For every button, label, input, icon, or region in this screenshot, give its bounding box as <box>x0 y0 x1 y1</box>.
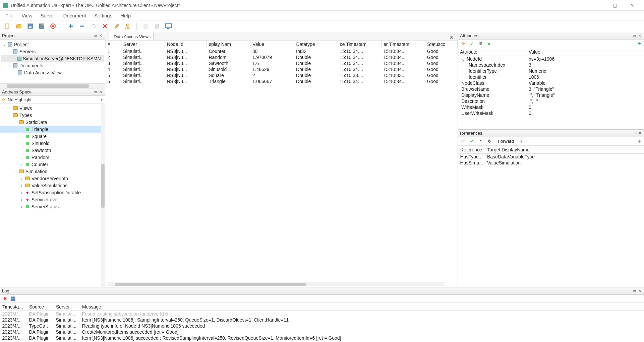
col-header[interactable]: ce Timestam <box>338 41 381 48</box>
col-header[interactable]: Datatype <box>294 41 338 48</box>
menu-settings[interactable]: Settings <box>91 11 116 20</box>
save-icon[interactable] <box>26 22 34 30</box>
address-space-tree[interactable]: ›Views›Types›StaticData›Triangle›Square›… <box>0 104 105 287</box>
attr-row[interactable]: DisplayName"", "Triangle" <box>458 92 644 98</box>
log-row[interactable]: 2023/4/...DA PluginSimulati...Found exis… <box>0 311 644 317</box>
user-icon[interactable] <box>124 22 132 30</box>
tab-data-access-view[interactable]: Data Access View <box>109 33 154 40</box>
disconnect-icon[interactable] <box>101 22 109 30</box>
address-node-counter[interactable]: ›Counter <box>0 161 105 168</box>
table-row[interactable]: 3Simulati...NS3|Nu...Sawtooth1.6Double15… <box>106 60 458 66</box>
refresh-icon[interactable]: ⟳ <box>2 97 6 102</box>
attr-row[interactable]: ⌄ NodeIdns=3;i=1006 <box>458 56 644 62</box>
address-node-vendorserverinfo[interactable]: ›VendorServerInfo <box>0 175 105 182</box>
attr-row[interactable]: IdentifierTypeNumeric <box>458 68 644 74</box>
clear-log-icon[interactable]: ✖ <box>2 296 8 302</box>
col-header[interactable]: splay Nam <box>207 41 250 48</box>
doc2-icon[interactable] <box>153 22 161 30</box>
close-panel-icon[interactable]: ✕ <box>98 33 103 38</box>
maximize-button[interactable]: ▢ <box>609 1 621 9</box>
col-header[interactable]: Message <box>80 303 644 311</box>
col-header[interactable]: # <box>106 41 121 48</box>
direction-label[interactable]: Forward <box>495 138 517 144</box>
address-node-staticdata[interactable]: ›StaticData <box>0 119 105 126</box>
chevron-down-icon[interactable]: ▼ <box>520 139 523 143</box>
address-node-servicelevel[interactable]: ›◆ServiceLevel <box>0 196 105 203</box>
log-row[interactable]: 2023/4/...TypeCacheSimulati...Reading ty… <box>0 323 644 329</box>
close-button[interactable]: ✕ <box>627 1 638 9</box>
close-panel-icon[interactable]: ✕ <box>637 131 642 136</box>
close-panel-icon[interactable]: ✕ <box>637 289 642 293</box>
col-header[interactable]: Server <box>54 303 80 311</box>
tree-documents[interactable]: ⌄Documents <box>1 62 104 69</box>
save-as-icon[interactable] <box>38 22 46 30</box>
col-header[interactable]: Statusco <box>425 41 458 48</box>
add-attr-icon[interactable]: ✚ <box>636 41 642 47</box>
col-header[interactable]: Timestamp <box>0 303 27 311</box>
ref-row[interactable]: HasSimu...ValueSimulation <box>458 160 644 166</box>
tree-dav-item[interactable]: Data Access View <box>1 69 104 76</box>
monitor-icon[interactable] <box>164 22 172 30</box>
col-header[interactable]: Value <box>527 48 644 56</box>
menu-document[interactable]: Document <box>60 11 90 20</box>
attr-row[interactable]: Identifier1006 <box>458 74 644 80</box>
table-row[interactable]: 6Simulati...NS3|Nu...Triangle1.066667Dou… <box>106 78 458 84</box>
address-node-random[interactable]: ›Random <box>0 154 105 161</box>
minimize-button[interactable]: — <box>592 1 603 9</box>
attr-row[interactable]: NamespaceIndex3 <box>458 62 644 68</box>
hierarchy-icon[interactable]: ⛬ <box>477 138 483 144</box>
col-header[interactable]: Server <box>121 41 165 48</box>
attr-row[interactable]: BrowseName3, "Triangle" <box>458 86 644 92</box>
chevron-down-icon[interactable]: ▾ <box>101 97 103 102</box>
table-row[interactable]: 4Simulati...NS3|Nu...Sinusoid1.48629Doub… <box>106 66 458 72</box>
data-access-table[interactable]: #ServerNode Idsplay NamValueDatatypece T… <box>105 40 458 287</box>
col-header[interactable]: Reference <box>458 146 485 154</box>
new-file-icon[interactable] <box>3 22 11 30</box>
log-table[interactable]: TimestampSourceServerMessage2023/4/...DA… <box>0 303 644 342</box>
v-scrollbar[interactable] <box>101 104 105 287</box>
address-node-simulation[interactable]: ⌄Simulation <box>0 168 105 175</box>
table-row[interactable]: 1Simulati...NS3|Nu...Counter30Int3215:10… <box>106 48 458 55</box>
add-ref-icon[interactable]: ✚ <box>636 138 642 144</box>
address-node-sinusoid[interactable]: ›Sinusoid <box>0 140 105 147</box>
refresh-icon[interactable] <box>90 22 98 30</box>
address-node-views[interactable]: ›Views <box>0 105 105 112</box>
add-icon[interactable] <box>67 22 75 30</box>
refresh-icon[interactable]: ⟳ <box>460 138 466 144</box>
tree-server-item[interactable]: SimulationServer@DESKTOP-KSMN… <box>1 55 104 62</box>
col-header[interactable]: Attribute <box>458 48 527 56</box>
remove-icon[interactable] <box>78 22 86 30</box>
tree-servers[interactable]: ⌄Servers <box>1 48 104 55</box>
move-icon[interactable]: ✥ <box>486 138 492 144</box>
address-node-square[interactable]: ›Square <box>0 133 105 140</box>
menu-view[interactable]: View <box>18 11 36 20</box>
attr-row[interactable]: Description"", "" <box>458 98 644 104</box>
address-node-types[interactable]: ›Types <box>0 112 105 119</box>
tree-root-project[interactable]: ⌄Project <box>1 41 104 48</box>
refresh-icon[interactable]: ⟳ <box>460 41 466 47</box>
doc1-icon[interactable] <box>141 22 150 30</box>
check-icon[interactable]: ✔ <box>469 41 475 47</box>
close-panel-icon[interactable]: ✕ <box>98 90 103 94</box>
undock-icon[interactable]: ▭ <box>632 289 637 293</box>
table-row[interactable]: 2Simulati...NS3|Nu...Random1.970079Doubl… <box>106 54 458 60</box>
power-icon[interactable] <box>49 22 57 30</box>
menu-help[interactable]: Help <box>117 11 134 20</box>
col-header[interactable]: er Timestam <box>381 41 425 48</box>
address-node-triangle[interactable]: ›Triangle <box>0 126 105 133</box>
col-header[interactable]: Target DisplayName <box>485 146 644 154</box>
log-row[interactable]: 2023/4/...DA PluginSimulati...Item [NS3|… <box>0 317 644 323</box>
open-file-icon[interactable] <box>15 22 23 30</box>
address-node-setsubscriptiondurable[interactable]: ›◆SetSubscriptionDurable <box>0 189 105 196</box>
references-table[interactable]: ReferenceTarget DisplayNameHasType...Bas… <box>458 146 644 287</box>
col-header[interactable]: Source <box>27 303 54 311</box>
highlight-selector[interactable]: ⟳ No Highlight ▾ <box>0 96 105 104</box>
address-node-sawtooth[interactable]: ›Sawtooth <box>0 147 105 154</box>
table-row[interactable]: 5Simulati...NS3|Nu...Square2Double15:10:… <box>106 72 458 78</box>
attr-row[interactable]: NodeClassVariable <box>458 80 644 86</box>
log-row[interactable]: 2023/4/...DA PluginSimulati...CreateMoni… <box>0 329 644 335</box>
attributes-table[interactable]: AttributeValue⌄ NodeIdns=3;i=1006Namespa… <box>458 48 644 129</box>
settings-wrench-icon[interactable] <box>112 22 120 30</box>
h-scrollbar[interactable] <box>108 282 444 286</box>
col-header[interactable]: Node Id <box>165 41 207 48</box>
